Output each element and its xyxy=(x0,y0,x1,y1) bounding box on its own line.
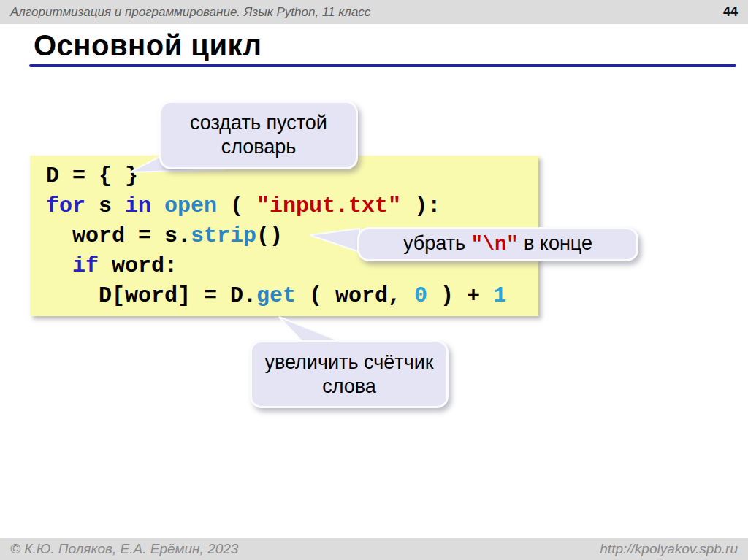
code-line: for s in open ( "input.txt" ): xyxy=(46,191,538,221)
callout-text: создать пустой словарь xyxy=(169,111,348,159)
title-underline-rule xyxy=(29,64,736,67)
website-link[interactable]: http://kpolyakov.spb.ru xyxy=(600,541,738,557)
callout-strip-newline: убрать "\n" в конце xyxy=(357,227,638,261)
slide-title: Основной цикл xyxy=(34,29,262,62)
presentation-slide: Алгоритмизация и программирование. Язык … xyxy=(0,0,748,560)
callout-text: убрать "\n" в конце xyxy=(403,231,592,257)
callout-tail-increment-counter xyxy=(279,317,345,343)
callout-create-empty-dict: создать пустой словарь xyxy=(159,101,358,169)
course-title: Алгоритмизация и программирование. Язык … xyxy=(10,5,370,20)
slide-page-number: 44 xyxy=(723,4,738,20)
code-line: D[word] = D.get ( word, 0 ) + 1 xyxy=(46,281,538,311)
callout-increment-word-counter: увеличить счётчик слова xyxy=(250,340,449,408)
copyright-text: © К.Ю. Поляков, Е.А. Ерёмин, 2023 xyxy=(10,541,238,557)
header-bar: Алгоритмизация и программирование. Язык … xyxy=(0,0,748,24)
callout-text: увеличить счётчик слова xyxy=(259,350,439,399)
footer-bar: © К.Ю. Поляков, Е.А. Ерёмин, 2023 http:/… xyxy=(0,538,748,560)
